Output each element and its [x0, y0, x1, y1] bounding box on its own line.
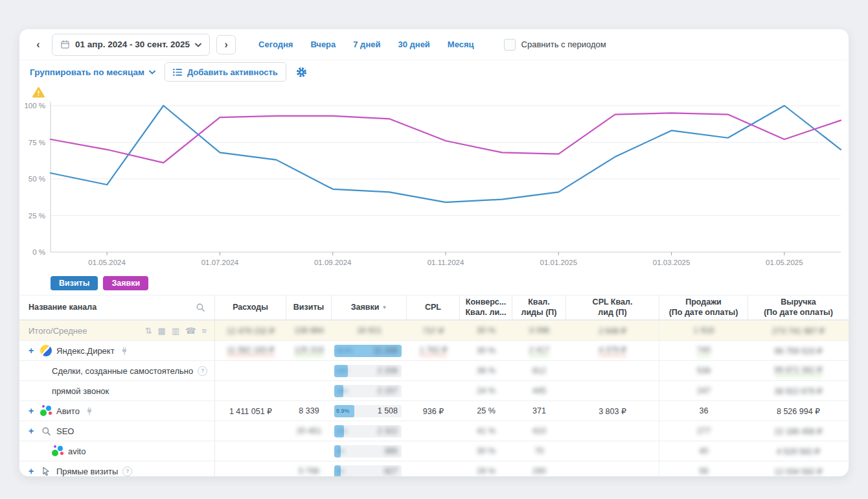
column-header-1[interactable]: Визиты [286, 296, 332, 319]
cell-value: 30 % [477, 326, 496, 335]
search-icon[interactable] [196, 303, 205, 312]
value-cell-1: 138 884 [286, 321, 332, 340]
cell-value: 538 [697, 366, 711, 375]
value-cell-7: 740 [659, 341, 748, 360]
next-period-button[interactable]: › [216, 35, 236, 54]
expand-row-button[interactable]: + [29, 406, 36, 415]
value-cell-2: 5%827 [332, 461, 407, 476]
expand-row-button[interactable]: + [29, 346, 36, 355]
channel-name-cell: avito [19, 441, 215, 461]
column-header-label: Визиты [293, 303, 324, 313]
cell-value: 3 803 ₽ [599, 406, 626, 416]
warning-icon[interactable] [32, 87, 45, 100]
value-cell-7: 36 [659, 401, 748, 421]
value-cell-6 [566, 421, 659, 441]
help-icon[interactable]: ? [122, 467, 132, 476]
leads-bar: 5%827 [334, 465, 402, 477]
value-cell-2: 13%2 208 [332, 361, 407, 380]
value-cell-4: 41 % [460, 421, 512, 441]
value-cell-1: 8 339 [286, 401, 332, 421]
svg-text:01.05.2025: 01.05.2025 [766, 259, 803, 266]
expand-row-button[interactable]: + [29, 426, 36, 435]
value-cell-5: 445 [512, 381, 566, 400]
value-cell-8: 8 526 994 ₽ [748, 401, 849, 421]
summary-list-icon[interactable]: ≡ [201, 326, 207, 336]
cell-value: 812 [532, 366, 546, 375]
integration-plug-icon [86, 407, 93, 415]
compare-period-label: Сравнить с периодом [521, 40, 606, 49]
group-by-dropdown[interactable]: Группировать по месяцам [30, 67, 155, 77]
summary-columns-icon[interactable]: ▦ [158, 326, 166, 336]
leads-bar-fill: 13% [334, 385, 343, 397]
value-cell-8: 273 741 987 ₽ [748, 321, 849, 340]
column-header-6[interactable]: CPL Квал. лид (П) [566, 296, 659, 319]
quick-range-3[interactable]: 30 дней [398, 40, 429, 49]
column-header-8[interactable]: Выручка (По дате оплаты) [748, 296, 849, 319]
add-activity-button[interactable]: Добавить активность [165, 62, 286, 82]
value-cell-4: 25 % [460, 401, 512, 421]
channel-row-yandex-direct[interactable]: +Яндекс.Директ11 582 183 ₽125 31969.9%11… [19, 340, 849, 360]
legend-pill-0[interactable]: Визиты [51, 276, 98, 290]
channel-name-cell: +Яндекс.Директ [19, 341, 215, 360]
legend-pill-1[interactable]: Заявки [103, 276, 148, 290]
quick-range-1[interactable]: Вчера [310, 40, 336, 49]
column-header-3[interactable]: CPL [407, 296, 460, 319]
channel-row-seo[interactable]: +SEO20 45111%2 32241 %41027722 186 456 ₽ [19, 421, 849, 441]
chart-area: 0 %25 %50 %75 %100 %01.05.202401.07.2024… [19, 84, 849, 273]
column-header-channel-name[interactable]: Название канала [19, 296, 215, 319]
value-cell-7: 538 [659, 361, 748, 380]
value-cell-3 [407, 361, 460, 380]
quick-range-2[interactable]: 7 дней [353, 40, 380, 49]
quick-range-0[interactable]: Сегодня [258, 40, 293, 49]
column-header-0[interactable]: Расходы [215, 296, 286, 319]
checkbox-icon[interactable] [504, 39, 516, 51]
summary-chart-icon[interactable]: ▥ [172, 326, 179, 336]
summary-phone-icon[interactable]: ☎ [185, 326, 196, 336]
channel-name-label: Сделки, созданные самостоятельно [52, 366, 193, 376]
cell-value: 8 526 994 ₽ [777, 406, 820, 416]
help-icon[interactable]: ? [198, 366, 207, 376]
compare-period-checkbox[interactable]: Сравнить с периодом [504, 39, 606, 51]
value-cell-3 [407, 381, 460, 400]
quick-range-4[interactable]: Месяц [448, 40, 474, 49]
value-cell-2: 2%385 [332, 441, 407, 461]
avito-icon [52, 445, 63, 457]
seo-magnifier-icon [40, 425, 52, 437]
column-header-label: Квал. лиды (П) [521, 297, 556, 318]
channel-name-cell: +Прямые визиты? [19, 461, 215, 476]
cell-value: 8 339 [299, 406, 319, 415]
column-header-5[interactable]: Квал. лиды (П) [512, 296, 566, 319]
value-cell-6 [566, 381, 659, 400]
cell-value: 5 798 [299, 467, 319, 476]
summary-row[interactable]: Итого/Среднее⇅▦▥☎≡12 479 232 ₽138 88416 … [19, 320, 849, 340]
date-range-picker[interactable]: 01 апр. 2024 - 30 сент. 2025 [52, 34, 210, 56]
column-header-label: Расходы [233, 303, 268, 313]
value-cell-1 [286, 441, 332, 461]
value-cell-3 [407, 441, 460, 461]
table-body: Итого/Среднее⇅▦▥☎≡12 479 232 ₽138 88416 … [19, 320, 849, 476]
leads-bar-fill: 8.9% [334, 405, 354, 417]
cell-value: 38 922 679 ₽ [775, 386, 823, 396]
svg-text:50 %: 50 % [29, 175, 45, 183]
leads-bar: 13%2 157 [334, 385, 402, 397]
column-header-4[interactable]: Конверс... Квал. ли... [460, 296, 512, 319]
summary-sort-icon[interactable]: ⇅ [145, 326, 152, 336]
integration-plug-icon [120, 347, 128, 355]
column-header-label: CPL Квал. лид (П) [593, 297, 633, 318]
value-cell-0: 11 582 183 ₽ [215, 341, 286, 360]
cell-value: 30 % [477, 346, 496, 355]
column-header-2[interactable]: Заявки▼ [332, 296, 407, 319]
channel-row-direct-visits[interactable]: +Прямые визиты?5 7985%82729 %2905612 034… [19, 461, 849, 476]
value-cell-3: 737 ₽ [407, 321, 460, 340]
channel-row-avito-child[interactable]: avito2%38530 %70404 529 582 ₽ [19, 441, 849, 461]
channel-row-direct-call[interactable]: прямой звонок13%2 15724 %44524738 922 67… [19, 380, 849, 400]
column-header-7[interactable]: Продажи (По дате оплаты) [659, 296, 748, 319]
settings-gear-icon[interactable] [295, 66, 308, 78]
channel-row-deals-self[interactable]: Сделки, созданные самостоятельно?13%2 20… [19, 360, 849, 380]
prev-period-button[interactable]: ‹ [29, 35, 48, 54]
channel-row-avito[interactable]: +Авито1 411 051 ₽8 3398.9%1 508936 ₽25 %… [19, 400, 849, 421]
value-cell-7: 277 [659, 421, 748, 441]
value-cell-6: 3 803 ₽ [566, 401, 659, 421]
expand-row-button[interactable]: + [29, 467, 36, 476]
cell-value: 277 [697, 426, 711, 435]
